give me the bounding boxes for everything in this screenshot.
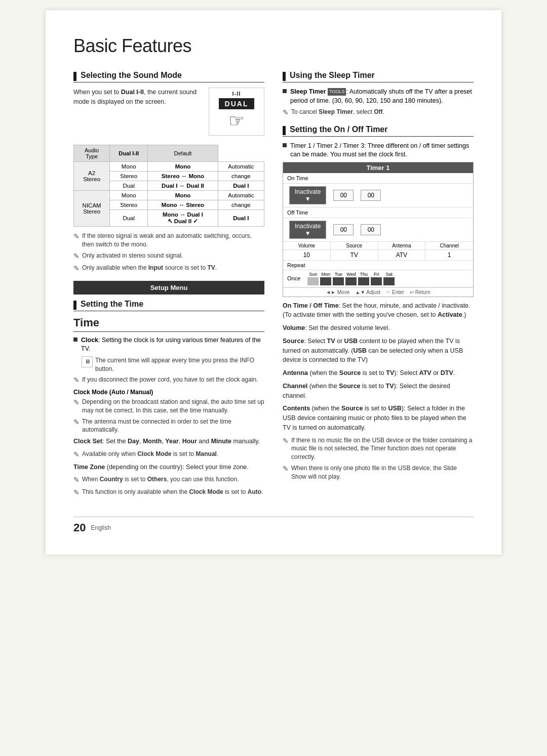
- timer-note-1-text: If there is no music file on the USB dev…: [291, 436, 474, 461]
- section-time-header: Setting the Time: [73, 300, 264, 311]
- tz-note-2-text: This function is only available when the…: [82, 488, 264, 496]
- default-auto2: Automatic: [218, 191, 264, 200]
- day-fri: Fri: [371, 272, 382, 285]
- time-section: Time Clock: Setting the clock is for usi…: [73, 316, 264, 498]
- bullet-sq-3: [283, 143, 287, 147]
- note-icon-7: ✎: [73, 450, 80, 460]
- tz-note-1-text: When Country is set to Others, you can u…: [82, 475, 264, 484]
- off-time-label: Off Time: [287, 209, 308, 216]
- right-column: Using the Sleep Timer Sleep Timer TOOLS:…: [283, 71, 474, 505]
- vsac-header-row: Volume Source Antenna Channel: [283, 242, 473, 250]
- off-inactivate: Inactivate▼: [289, 221, 326, 239]
- on-off-time-desc: On Time / Off Time: Set the hour, minute…: [283, 301, 474, 320]
- dual-mono: Mono: [148, 162, 218, 172]
- clock-bullet-item: Clock: Setting the clock is for using va…: [73, 336, 264, 354]
- dual-box: DUAL: [219, 98, 255, 109]
- volume-header: Volume: [283, 242, 331, 249]
- dual-mono2: Mono: [148, 191, 218, 200]
- day-sun-box: [307, 277, 319, 285]
- sound-note-1-text: If the stereo signal is weak and an auto…: [82, 232, 264, 249]
- note-icon-12: ✎: [283, 464, 289, 474]
- section-bar: [73, 72, 76, 81]
- timer-box: Timer 1 On Time Inactivate▼ 00 00 Off Ti…: [283, 162, 474, 297]
- channel-desc: Channel (when the Source is set to TV): …: [283, 382, 474, 401]
- type-mono2: Mono: [110, 191, 148, 200]
- source-header: Source: [331, 242, 378, 249]
- note-icon-4: ✎: [73, 375, 80, 386]
- type-dual: Dual: [110, 181, 148, 191]
- sleep-bullet: Sleep Timer TOOLS: Automatically shuts o…: [283, 88, 474, 105]
- type-stereo2: Stereo: [110, 200, 148, 210]
- day-mon-label: Mon: [322, 272, 331, 277]
- timer-bullet-text: Timer 1 / Timer 2 / Timer 3: Three diffe…: [290, 142, 474, 159]
- info-note-text: The current time will appear every time …: [95, 356, 264, 373]
- time-title: Time: [73, 316, 264, 332]
- day-sat-label: Sat: [386, 272, 393, 277]
- sound-note-2: ✎ Only activated in stereo sound signal.: [73, 251, 264, 262]
- default-dual-i2: Dual I: [218, 210, 264, 227]
- dual-image: I-II DUAL ☞: [209, 88, 264, 136]
- note-icon-9: ✎: [73, 488, 80, 498]
- main-content: Selecting the Sound Mode I-II DUAL ☞ Whe…: [73, 71, 474, 505]
- sound-mode-intro-area: I-II DUAL ☞ When you set to Dual I-II, t…: [73, 88, 264, 140]
- clock-note-2-text: Depending on the broadcast station and s…: [82, 398, 264, 415]
- day-wed: Wed: [345, 272, 357, 285]
- info-note: 🖥 The current time will appear every tim…: [82, 356, 264, 373]
- clock-note-3-text: The antenna must be connected in order t…: [82, 417, 264, 435]
- volume-desc: Volume: Set the desired volume level.: [283, 323, 474, 333]
- clock-set-text: Clock Set: Set the Day, Month, Year, Hou…: [73, 437, 264, 446]
- day-sat-box: [383, 277, 395, 285]
- on-time-label: On Time: [287, 175, 308, 181]
- setup-menu-box: Setup Menu: [73, 281, 264, 295]
- clock-note-3: ✎ The antenna must be connected in order…: [73, 417, 264, 435]
- page-lang: English: [91, 524, 110, 531]
- day-sun: Sun: [307, 272, 319, 285]
- clock-note-1: ✎ If you disconnect the power cord, you …: [73, 375, 264, 386]
- sleep-note-1: ✎ To cancel Sleep Timer, select Off.: [283, 108, 474, 118]
- timer-note-2-text: When there is only one photo file in the…: [291, 464, 474, 481]
- off-time-row: Inactivate▼ 00 00: [283, 218, 473, 242]
- info-icon: 🖥: [82, 356, 93, 367]
- timer-nav: ◄► Move ▲▼ Adjust ☞ Enter ↩ Return: [283, 287, 473, 297]
- col-audio-type: AudioType: [74, 145, 110, 162]
- page-title: Basic Features: [73, 35, 474, 57]
- on-minute: 00: [361, 190, 381, 201]
- section-time-title: Setting the Time: [81, 300, 143, 311]
- default-dual-i: Dual I: [218, 181, 264, 191]
- section-sleep-title: Using the Sleep Timer: [290, 71, 375, 82]
- default-change2: change: [218, 200, 264, 210]
- on-hour: 00: [333, 190, 354, 201]
- day-sun-label: Sun: [309, 272, 317, 277]
- day-mon-box: [320, 277, 331, 285]
- day-wed-box: [345, 277, 357, 285]
- dual-stereo: Stereo ↔ Mono: [148, 172, 218, 181]
- channel-val: 1: [425, 250, 473, 260]
- off-hour: 00: [333, 224, 354, 235]
- day-tue-box: [333, 277, 344, 285]
- section-bar-4: [283, 126, 286, 135]
- tools-badge: TOOLS: [328, 88, 346, 96]
- dual-dual: Dual I ↔ Dual II: [148, 181, 218, 191]
- type-stereo: Stereo: [110, 172, 148, 181]
- off-time-label-row: Off Time: [283, 207, 473, 218]
- contents-desc: Contents (when the Source is set to USB)…: [283, 404, 474, 432]
- day-mon: Mon: [320, 272, 331, 285]
- clock-note-4: ✎ Available only when Clock Mode is set …: [73, 450, 264, 460]
- day-fri-label: Fri: [374, 272, 379, 277]
- timer-bullet: Timer 1 / Timer 2 / Timer 3: Three diffe…: [283, 142, 474, 159]
- on-time-label-row: On Time: [283, 173, 473, 184]
- sound-note-2-text: Only activated in stereo sound signal.: [82, 251, 264, 260]
- off-minute: 00: [361, 224, 381, 235]
- timer-note-2: ✎ When there is only one photo file in t…: [283, 464, 474, 481]
- sound-note-1: ✎ If the stereo signal is weak and an au…: [73, 232, 264, 249]
- bullet-square: [73, 338, 77, 342]
- audio-table: AudioType Dual I-II Default A2Stereo Mon…: [73, 145, 264, 227]
- section-sleep-header: Using the Sleep Timer: [283, 71, 474, 82]
- note-icon-8: ✎: [73, 475, 80, 485]
- page: Basic Features Selecting the Sound Mode …: [46, 10, 501, 555]
- timer-note-1: ✎ If there is no music file on the USB d…: [283, 436, 474, 461]
- vsac-values-row: 10 TV ATV 1: [283, 250, 473, 261]
- section-sound-mode-title: Selecting the Sound Mode: [81, 71, 182, 82]
- tz-note-1: ✎ When Country is set to Others, you can…: [73, 475, 264, 485]
- repeat-row: Repeat: [283, 261, 473, 270]
